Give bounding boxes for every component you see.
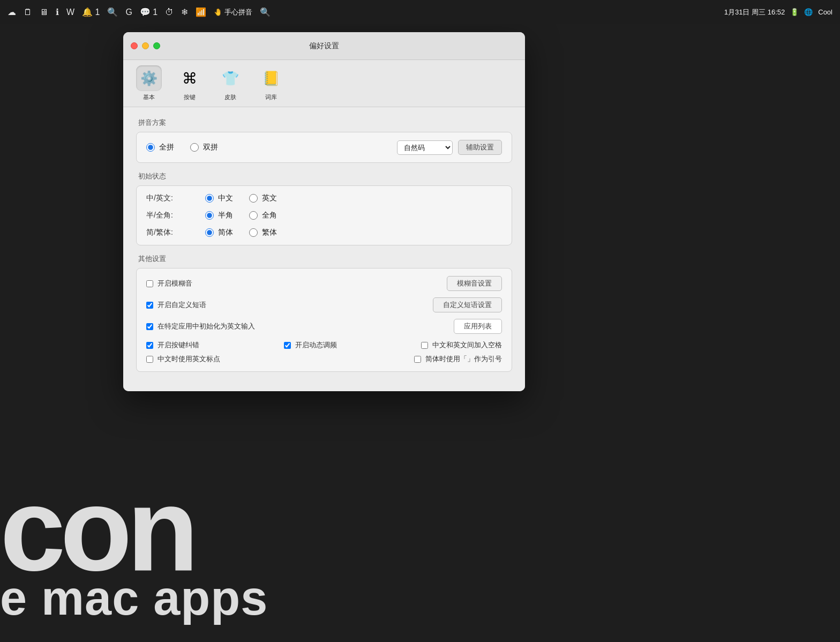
jian-fan-row: 简/繁体: 简体 繁体 bbox=[146, 228, 502, 237]
tab-dict[interactable]: 📒 词库 bbox=[256, 65, 286, 101]
traditional-radio-group[interactable]: 繁体 bbox=[249, 228, 277, 237]
shuangpin-label: 双拼 bbox=[203, 143, 218, 152]
app-list-checkbox[interactable] bbox=[146, 323, 153, 330]
zhong-ying-row: 中/英文: 中文 英文 bbox=[146, 193, 502, 203]
custom-phrase-checkbox[interactable] bbox=[146, 302, 153, 309]
custom-phrase-row: 开启自定义短语 自定义短语设置 bbox=[146, 297, 502, 312]
quote-style-group: 简体时使用「」作为引号 bbox=[414, 354, 502, 364]
fuzzy-label: 开启模糊音 bbox=[158, 279, 192, 288]
quote-style-checkbox[interactable] bbox=[414, 356, 421, 363]
app-list-row: 在特定应用中初始化为英文输入 应用列表 bbox=[146, 319, 502, 334]
jian-fan-label: 简/繁体: bbox=[146, 228, 189, 237]
ban-quan-row: 半/全角: 半角 全角 bbox=[146, 211, 502, 220]
menubar-right: 1月31日 周三 16:52 🔋 🌐 Cool bbox=[724, 8, 832, 17]
chinese-radio[interactable] bbox=[205, 194, 214, 203]
evernote-icon[interactable]: 🗒 bbox=[24, 8, 32, 17]
g-icon[interactable]: G bbox=[125, 8, 132, 17]
simplified-radio[interactable] bbox=[205, 228, 214, 237]
en-punct-group: 中文时使用英文标点 bbox=[146, 354, 220, 364]
quanpin-label: 全拼 bbox=[159, 143, 174, 152]
initial-state-section-box: 中/英文: 中文 英文 半/全角: bbox=[136, 185, 512, 245]
finder-icon[interactable]: 🖥 bbox=[40, 8, 48, 17]
tab-keys[interactable]: ⌘ 按键 bbox=[175, 65, 205, 101]
en-punct-checkbox[interactable] bbox=[146, 356, 153, 363]
ime-label[interactable]: 🤚 手心拼音 bbox=[214, 8, 252, 17]
dynamic-freq-group: 开启动态调频 bbox=[284, 340, 337, 350]
wifi-icon[interactable]: 📶 bbox=[196, 7, 206, 17]
full-label: 全角 bbox=[262, 211, 277, 220]
info-icon[interactable]: ℹ bbox=[56, 7, 59, 17]
dict-icon: 📒 bbox=[258, 65, 284, 91]
english-radio-group[interactable]: 英文 bbox=[249, 193, 277, 203]
fuzzy-checkbox[interactable] bbox=[146, 280, 153, 287]
english-label: 英文 bbox=[262, 193, 277, 203]
wechat-icon[interactable]: 💬 1 bbox=[140, 7, 158, 17]
space-between-group: 中文和英文间加入空格 bbox=[421, 340, 502, 350]
key-correction-checkbox[interactable] bbox=[146, 342, 153, 349]
chinese-label: 中文 bbox=[218, 193, 233, 203]
app-list-button[interactable]: 应用列表 bbox=[454, 319, 502, 334]
ban-quan-label: 半/全角: bbox=[146, 211, 189, 220]
fuzzy-settings-button[interactable]: 模糊音设置 bbox=[447, 276, 502, 291]
tab-skin[interactable]: 👕 皮肤 bbox=[215, 65, 245, 101]
bg-small-text: e mac apps bbox=[0, 571, 268, 626]
user-name: Cool bbox=[818, 8, 832, 16]
half-radio[interactable] bbox=[205, 211, 214, 220]
aux-settings-button[interactable]: 辅助设置 bbox=[458, 140, 502, 155]
custom-phrase-left: 开启自定义短语 bbox=[146, 300, 206, 310]
fuzzy-row: 开启模糊音 模糊音设置 bbox=[146, 276, 502, 291]
minimize-button[interactable] bbox=[142, 42, 149, 49]
shuangpin-radio[interactable] bbox=[190, 143, 199, 152]
avatar-icon: 🌐 bbox=[804, 8, 813, 16]
custom-phrase-settings-button[interactable]: 自定义短语设置 bbox=[433, 297, 502, 312]
dynamic-freq-checkbox[interactable] bbox=[284, 342, 291, 349]
bluetooth-icon[interactable]: ❄ bbox=[181, 7, 188, 17]
tab-keys-label: 按键 bbox=[184, 93, 196, 101]
half-label: 半角 bbox=[218, 211, 233, 220]
zhong-ying-options: 中文 英文 bbox=[205, 193, 277, 203]
tab-basic[interactable]: ⚙️ 基本 bbox=[134, 65, 164, 101]
dynamic-freq-label: 开启动态调频 bbox=[295, 340, 337, 350]
quanpin-radio-group[interactable]: 全拼 bbox=[146, 143, 174, 152]
w-icon[interactable]: W bbox=[66, 8, 74, 17]
simplified-label: 简体 bbox=[218, 228, 233, 237]
pinyin-section-title: 拼音方案 bbox=[136, 118, 512, 128]
close-button[interactable] bbox=[131, 42, 138, 49]
custom-phrase-right: 自定义短语设置 bbox=[433, 297, 502, 312]
half-radio-group[interactable]: 半角 bbox=[205, 211, 233, 220]
full-radio[interactable] bbox=[249, 211, 258, 220]
datetime-label: 1月31日 周三 16:52 bbox=[724, 8, 785, 17]
english-radio[interactable] bbox=[249, 194, 258, 203]
search-icon[interactable]: 🔍 bbox=[107, 7, 118, 17]
fuzzy-right: 模糊音设置 bbox=[447, 276, 502, 291]
space-between-checkbox[interactable] bbox=[421, 342, 428, 349]
bell-icon[interactable]: 🔔 1 bbox=[82, 7, 100, 17]
app-list-left: 在特定应用中初始化为英文输入 bbox=[146, 322, 255, 331]
en-punct-label: 中文时使用英文标点 bbox=[158, 354, 220, 364]
simplified-radio-group[interactable]: 简体 bbox=[205, 228, 233, 237]
traditional-label: 繁体 bbox=[262, 228, 277, 237]
quanpin-radio[interactable] bbox=[146, 143, 155, 152]
bottom-row-2: 中文时使用英文标点 简体时使用「」作为引号 bbox=[146, 354, 502, 364]
fuzzy-left: 开启模糊音 bbox=[146, 279, 192, 288]
basic-icon: ⚙️ bbox=[136, 65, 162, 91]
tab-basic-label: 基本 bbox=[143, 93, 155, 101]
other-section-box: 开启模糊音 模糊音设置 开启自定义短语 自定义短语设置 bbox=[136, 268, 512, 372]
scheme-select[interactable]: 自然码 小鹤双拼 微软双拼 搜狗双拼 bbox=[397, 140, 453, 155]
maximize-button[interactable] bbox=[153, 42, 160, 49]
full-radio-group[interactable]: 全角 bbox=[249, 211, 277, 220]
time-icon[interactable]: ⏱ bbox=[165, 8, 174, 17]
ban-quan-options: 半角 全角 bbox=[205, 211, 277, 220]
app-list-right: 应用列表 bbox=[454, 319, 502, 334]
chinese-radio-group[interactable]: 中文 bbox=[205, 193, 233, 203]
shuangpin-radio-group[interactable]: 双拼 bbox=[190, 143, 218, 152]
menubar: ☁ 🗒 🖥 ℹ W 🔔 1 🔍 G 💬 1 ⏱ ❄ 📶 🤚 手心拼音 🔍 1月3… bbox=[0, 0, 840, 24]
skin-icon: 👕 bbox=[218, 65, 243, 91]
spotlight-icon[interactable]: 🔍 bbox=[260, 7, 271, 17]
battery-icon: 🔋 bbox=[790, 8, 799, 16]
content-area: 拼音方案 全拼 双拼 自然码 小鹤双拼 微软双拼 搜狗双拼 bbox=[123, 107, 525, 391]
tab-skin-label: 皮肤 bbox=[224, 93, 236, 101]
apple-icon[interactable]: ☁ bbox=[8, 7, 16, 17]
traditional-radio[interactable] bbox=[249, 228, 258, 237]
pinyin-row: 全拼 双拼 自然码 小鹤双拼 微软双拼 搜狗双拼 辅助设置 bbox=[146, 140, 502, 155]
